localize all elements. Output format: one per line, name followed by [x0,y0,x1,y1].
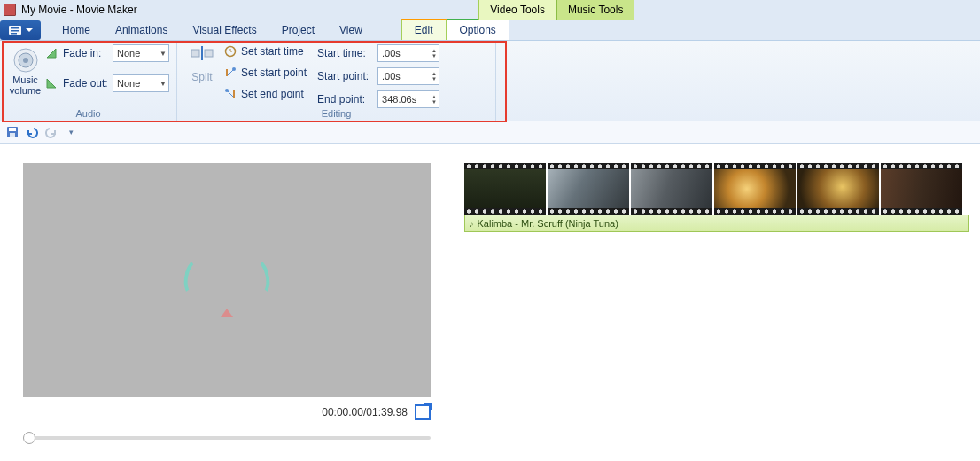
tab-home[interactable]: Home [50,20,103,40]
audio-clip[interactable]: ♪ Kalimba - Mr. Scruff (Ninja Tuna) [464,215,969,232]
start-point-icon [223,66,237,80]
preview-pane: 00:00.00/01:39.98 [0,144,452,461]
end-point-icon [223,87,237,101]
quick-access-toolbar: ▾ [0,121,980,144]
fade-in-label: Fade in: [63,47,109,59]
client-area: 00:00.00/01:39.98 ♪ Kalimba - Mr. Scruff… [0,144,980,461]
video-clip[interactable] [881,163,962,215]
end-point-value: 348.06s [382,94,416,105]
window-title: My Movie - Movie Maker [21,4,137,16]
end-point-input[interactable]: 348.06s ▲▼ [377,90,439,108]
save-icon[interactable] [5,125,19,139]
set-end-point-label: Set end point [241,88,304,100]
speaker-icon [12,46,40,74]
spinner-buttons[interactable]: ▲▼ [432,48,437,59]
svg-rect-3 [11,33,17,35]
spinner-buttons[interactable]: ▲▼ [432,94,437,105]
svg-rect-14 [9,128,16,131]
end-point-label: End point: [317,93,374,105]
tab-visual-effects[interactable]: Visual Effects [180,20,268,40]
ribbon-body: Music volume Fade in: None ▼ [0,41,980,121]
set-start-time-button[interactable]: Set start time [223,44,307,59]
set-start-time-label: Set start time [241,45,304,58]
file-menu-button[interactable] [0,20,41,40]
seek-slider[interactable] [23,436,431,440]
seek-thumb[interactable] [23,432,35,444]
start-time-label: Start time: [317,47,374,59]
svg-rect-2 [11,30,19,32]
set-start-point-button[interactable]: Set start point [223,66,307,80]
undo-icon[interactable] [25,125,39,139]
start-point-label: Start point: [317,70,374,82]
music-volume-label: Music volume [9,74,42,96]
fade-out-icon [45,76,59,90]
video-clip[interactable] [797,163,879,215]
audio-clip-label: Kalimba - Mr. Scruff (Ninja Tuna) [478,218,618,229]
tab-animations[interactable]: Animations [103,20,180,40]
start-point-value: .00s [382,71,401,82]
video-track[interactable] [464,163,973,215]
svg-point-6 [23,58,28,63]
group-label-audio: Audio [7,108,169,121]
video-clip[interactable] [714,163,796,215]
split-label: Split [191,71,212,83]
qat-dropdown-icon[interactable]: ▾ [64,125,78,139]
ribbon-group-editing: Split Set start time Set start point [177,41,496,121]
spinner-buttons[interactable]: ▲▼ [432,71,437,82]
svg-rect-1 [11,27,19,29]
svg-rect-7 [191,50,199,57]
video-clip[interactable] [631,163,712,215]
preview-canvas[interactable] [23,163,431,397]
redo-icon[interactable] [44,125,58,139]
fade-in-icon [45,46,59,60]
chevron-down-icon: ▼ [159,50,167,58]
fade-out-label: Fade out: [63,77,109,90]
set-end-point-button[interactable]: Set end point [223,87,307,101]
set-start-point-label: Set start point [241,66,307,79]
start-point-input[interactable]: .00s ▲▼ [377,67,439,85]
group-label-editing: Editing [184,108,488,121]
video-clip[interactable] [464,163,546,215]
fade-in-combo[interactable]: None ▼ [113,44,169,62]
fade-in-value: None [117,48,140,59]
svg-rect-15 [10,133,15,137]
start-time-value: .00s [382,48,401,59]
tab-project[interactable]: Project [269,20,327,40]
split-icon[interactable] [191,44,214,71]
ribbon-tab-strip: Home Animations Visual Effects Project V… [0,20,980,41]
start-time-input[interactable]: .00s ▲▼ [377,44,439,62]
svg-rect-8 [205,50,213,57]
svg-point-12 [225,89,229,92]
clock-icon [223,44,237,59]
tab-view[interactable]: View [327,20,375,40]
video-clip[interactable] [548,163,629,215]
music-note-icon: ♪ [469,218,474,229]
chevron-down-icon: ▼ [159,80,167,88]
svg-point-11 [232,67,236,71]
timecode: 00:00.00/01:39.98 [322,406,408,418]
music-volume-button[interactable]: Music volume [7,44,43,98]
context-tab-video-tools[interactable]: Video Tools [478,0,556,20]
fullscreen-icon[interactable] [415,404,431,420]
ribbon-group-audio: Music volume Fade in: None ▼ [0,41,177,121]
app-icon [4,4,16,16]
preview-placeholder-icon [184,258,269,297]
tab-options[interactable]: Options [447,19,509,40]
timeline-pane: ♪ Kalimba - Mr. Scruff (Ninja Tuna) [452,144,980,461]
fade-out-value: None [117,78,140,89]
fade-out-combo[interactable]: None ▼ [113,74,169,92]
warning-overlay-icon [221,309,233,317]
tab-edit[interactable]: Edit [401,19,447,40]
title-bar: My Movie - Movie Maker Video Tools Music… [0,0,980,20]
context-tab-music-tools[interactable]: Music Tools [556,0,634,20]
